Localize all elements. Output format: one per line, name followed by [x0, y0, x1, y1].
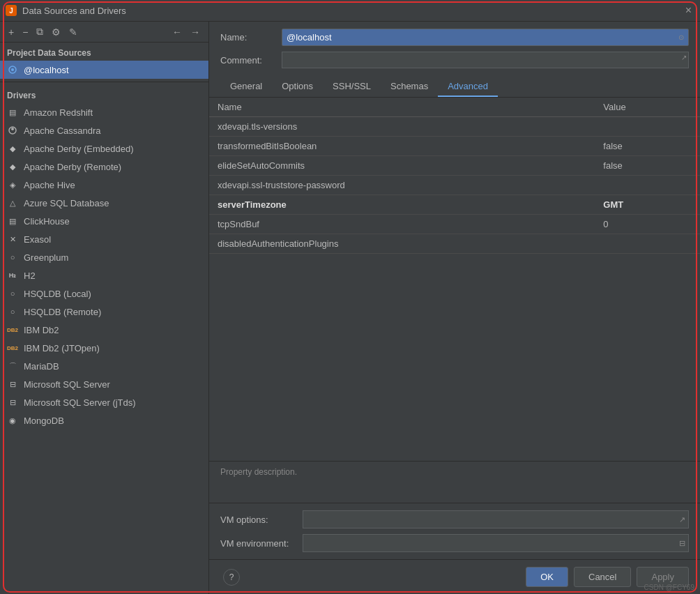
mssql-jtds-icon: ⊟ [7, 397, 18, 408]
divider-1 [0, 82, 208, 82]
sidebar-item-apache-derby-embedded[interactable]: ◆ Apache Derby (Embedded) [0, 139, 208, 158]
comment-label: Comment: [220, 55, 276, 66]
server-timezone-row[interactable]: serverTimezone GMT [209, 195, 700, 215]
table-row[interactable]: xdevapi.ssl-truststore-password [209, 176, 700, 195]
remove-button[interactable]: − [20, 25, 31, 39]
hsqldb-remote-label: HSQLDB (Remote) [24, 307, 101, 317]
greenplum-label: Greenplum [24, 252, 68, 263]
bottom-bar: ? OK Cancel Apply [209, 559, 700, 594]
right-header: Name: @localhost ⊙ Comment: ↗ [209, 22, 700, 74]
prop-value: false [595, 156, 700, 176]
table-header-row: Name Value [209, 98, 700, 117]
table-row[interactable]: transformedBitIsBoolean false [209, 137, 700, 156]
watermark: CSDN @FCY69 [644, 584, 694, 591]
sidebar-item-mariadb[interactable]: ⌒ MariaDB [0, 357, 208, 375]
back-button[interactable]: ← [169, 25, 185, 39]
tab-general[interactable]: General [220, 77, 272, 97]
prop-name-timezone: serverTimezone [209, 195, 595, 215]
vm-environment-browse-icon[interactable]: ⊟ [679, 539, 685, 548]
sidebar-item-mssql-jtds[interactable]: ⊟ Microsoft SQL Server (jTds) [0, 393, 208, 411]
main-content: + − ⧉ ⚙ ✎ ← → Project Data Sources @loca… [0, 22, 700, 594]
apache-cassandra-label: Apache Cassandra [24, 125, 101, 136]
cancel-button[interactable]: Cancel [574, 567, 631, 587]
property-description: Property description. [209, 462, 700, 503]
sidebar-item-apache-derby-remote[interactable]: ◆ Apache Derby (Remote) [0, 158, 208, 176]
sidebar-item-ibm-db2[interactable]: DB2 IBM Db2 [0, 321, 208, 339]
table-row[interactable]: xdevapi.tls-versions [209, 117, 700, 137]
close-button[interactable]: × [683, 4, 694, 17]
edit-button[interactable]: ✎ [66, 25, 80, 39]
add-button[interactable]: + [6, 25, 17, 39]
azure-sql-icon: △ [7, 197, 18, 208]
prop-name: tcpSndBuf [209, 215, 595, 234]
sidebar-item-mongodb[interactable]: ◉ MongoDB [0, 411, 208, 429]
sidebar-item-mssql[interactable]: ⊟ Microsoft SQL Server [0, 375, 208, 393]
table-row[interactable]: disabledAuthenticationPlugins [209, 234, 700, 254]
localhost-label: @localhost [24, 65, 69, 75]
col-header-value: Value [595, 98, 700, 117]
prop-name: xdevapi.ssl-truststore-password [209, 176, 595, 195]
drivers-section-header: Drivers [0, 85, 208, 103]
h2-icon: H₂ [7, 270, 18, 281]
azure-sql-label: Azure SQL Database [24, 198, 109, 208]
sidebar-item-greenplum[interactable]: ○ Greenplum [0, 248, 208, 266]
hsqldb-local-label: HSQLDB (Local) [24, 289, 91, 299]
prop-name: transformedBitIsBoolean [209, 137, 595, 156]
vm-options-input[interactable]: ↗ [303, 510, 689, 528]
tab-sshssl[interactable]: SSH/SSL [323, 77, 381, 97]
sidebar-item-hsqldb-local[interactable]: ○ HSQLDB (Local) [0, 284, 208, 303]
sidebar-item-clickhouse[interactable]: ▤ ClickHouse [0, 212, 208, 230]
tab-advanced[interactable]: Advanced [438, 77, 498, 97]
app-icon: J [6, 5, 17, 16]
sidebar-item-ibm-db2-jtopen[interactable]: DB2 IBM Db2 (JTOpen) [0, 339, 208, 357]
comment-row: Comment: ↗ [220, 52, 689, 68]
prop-name: elideSetAutoCommits [209, 156, 595, 176]
name-input[interactable]: @localhost ⊙ [282, 29, 689, 46]
forward-button[interactable]: → [188, 25, 203, 39]
name-label: Name: [220, 32, 276, 43]
mariadb-label: MariaDB [24, 361, 59, 372]
mssql-label: Microsoft SQL Server [24, 379, 110, 390]
col-header-name: Name [209, 98, 595, 117]
tab-schemas[interactable]: Schemas [381, 77, 438, 97]
ibm-db2-icon: DB2 [7, 324, 18, 335]
vm-environment-row: VM environment: ⊟ [220, 534, 689, 552]
comment-input[interactable]: ↗ [282, 52, 689, 68]
amazon-redshift-label: Amazon Redshift [24, 107, 93, 118]
sidebar-item-apache-cassandra[interactable]: Apache Cassandra [0, 121, 208, 139]
settings-button[interactable]: ⚙ [49, 25, 63, 39]
prop-value [595, 234, 700, 254]
exasol-icon: ✕ [7, 234, 18, 245]
ok-button[interactable]: OK [526, 567, 568, 587]
clickhouse-icon: ▤ [7, 215, 18, 227]
prop-value [595, 117, 700, 137]
tab-content-advanced: Name Value xdevapi.tls-versions transfor… [209, 98, 700, 559]
apache-hive-icon: ◈ [7, 179, 18, 190]
vm-environment-input[interactable]: ⊟ [303, 534, 689, 552]
svg-point-3 [11, 128, 14, 130]
apache-cassandra-icon [7, 125, 18, 136]
right-panel: Name: @localhost ⊙ Comment: ↗ General [209, 22, 700, 594]
localhost-icon [7, 64, 18, 75]
sidebar-item-exasol[interactable]: ✕ Exasol [0, 230, 208, 248]
hsqldb-local-icon: ○ [7, 288, 18, 299]
sidebar-item-azure-sql[interactable]: △ Azure SQL Database [0, 194, 208, 212]
ibm-db2-label: IBM Db2 [24, 325, 59, 335]
sidebar-item-h2[interactable]: H₂ H2 [0, 266, 208, 284]
vm-options-expand-icon[interactable]: ↗ [679, 515, 685, 524]
table-row[interactable]: elideSetAutoCommits false [209, 156, 700, 176]
sidebar-item-apache-hive[interactable]: ◈ Apache Hive [0, 176, 208, 194]
comment-expand-icon: ↗ [681, 54, 687, 61]
hsqldb-remote-icon: ○ [7, 306, 18, 317]
vm-environment-label: VM environment: [220, 538, 297, 549]
sidebar-item-localhost[interactable]: @localhost [0, 61, 208, 79]
copy-button[interactable]: ⧉ [33, 24, 46, 39]
tab-options[interactable]: Options [272, 77, 323, 97]
table-row[interactable]: tcpSndBuf 0 [209, 215, 700, 234]
mariadb-icon: ⌒ [7, 360, 18, 372]
sidebar-item-hsqldb-remote[interactable]: ○ HSQLDB (Remote) [0, 303, 208, 321]
sidebar-item-amazon-redshift[interactable]: ▤ Amazon Redshift [0, 103, 208, 121]
properties-table[interactable]: Name Value xdevapi.tls-versions transfor… [209, 98, 700, 462]
help-button[interactable]: ? [223, 569, 240, 586]
prop-name: xdevapi.tls-versions [209, 117, 595, 137]
